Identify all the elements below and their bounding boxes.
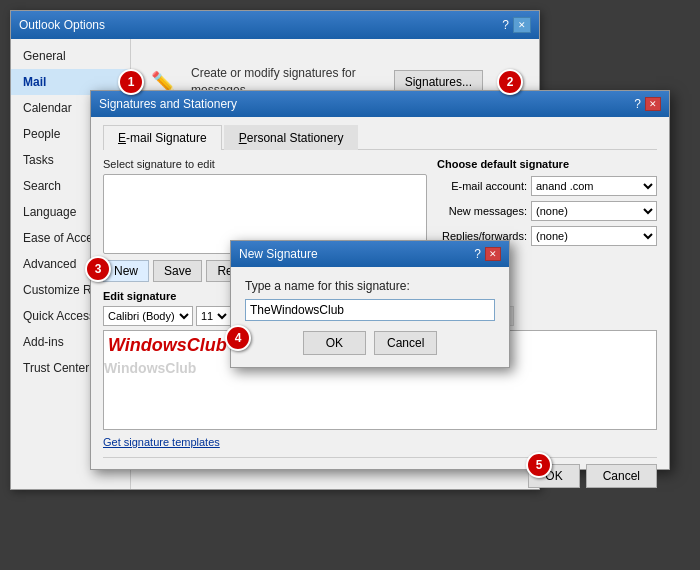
main-title: Outlook Options	[19, 18, 502, 32]
main-help-btn[interactable]: ?	[502, 18, 509, 32]
new-sig-title-bar: New Signature ? ✕	[231, 241, 509, 267]
select-sig-label: Select signature to edit	[103, 158, 427, 170]
tab-email-signature[interactable]: E-mail Signature	[103, 125, 222, 150]
email-account-row: E-mail account: anand .com	[437, 176, 657, 196]
new-sig-close[interactable]: ✕	[485, 247, 501, 261]
main-title-bar: Outlook Options ? ✕	[11, 11, 539, 39]
title-bar-controls: ✕	[513, 17, 531, 33]
new-sig-dialog: New Signature ? ✕ Type a name for this s…	[230, 240, 510, 368]
new-messages-label: New messages:	[437, 205, 527, 217]
sidebar-item-general[interactable]: General	[11, 43, 130, 69]
sig-dialog-title: Signatures and Stationery	[99, 97, 634, 111]
sig-dialog-close[interactable]: ✕	[645, 97, 661, 111]
new-sig-title: New Signature	[239, 247, 474, 261]
sig-dialog-bottom: OK Cancel 5	[103, 457, 657, 488]
new-sig-body: Type a name for this signature: 4 OK Can…	[231, 267, 509, 367]
new-sig-help[interactable]: ?	[474, 247, 481, 261]
email-account-label: E-mail account:	[437, 180, 527, 192]
new-sig-ok-button[interactable]: OK	[303, 331, 366, 355]
marker-2: 2	[497, 69, 523, 95]
sig-dialog-title-bar: Signatures and Stationery ? ✕	[91, 91, 669, 117]
sig-dialog-help[interactable]: ?	[634, 97, 641, 111]
new-sig-instruction: Type a name for this signature:	[245, 279, 495, 293]
new-messages-row: New messages: (none)	[437, 201, 657, 221]
new-sig-buttons: 4 OK Cancel	[245, 331, 495, 355]
email-account-select[interactable]: anand .com	[531, 176, 657, 196]
marker-3: 3	[85, 256, 111, 282]
marker-5: 5	[526, 452, 552, 478]
size-select[interactable]: 11	[196, 306, 231, 326]
replies-select[interactable]: (none)	[531, 226, 657, 246]
new-sig-input[interactable]	[245, 299, 495, 321]
tab-bar: E-mail Signature Personal Stationery	[103, 125, 657, 150]
choose-default-label: Choose default signature	[437, 158, 657, 170]
get-templates-link[interactable]: Get signature templates	[103, 436, 220, 448]
close-button[interactable]: ✕	[513, 17, 531, 33]
font-select[interactable]: Calibri (Body)	[103, 306, 193, 326]
save-sig-button[interactable]: Save	[153, 260, 202, 282]
new-messages-select[interactable]: (none)	[531, 201, 657, 221]
sig-cancel-button[interactable]: Cancel	[586, 464, 657, 488]
tab-personal-stationery[interactable]: Personal Stationery	[224, 125, 359, 150]
new-sig-cancel-button[interactable]: Cancel	[374, 331, 437, 355]
marker-4: 4	[225, 325, 251, 351]
marker-1: 1	[118, 69, 144, 95]
